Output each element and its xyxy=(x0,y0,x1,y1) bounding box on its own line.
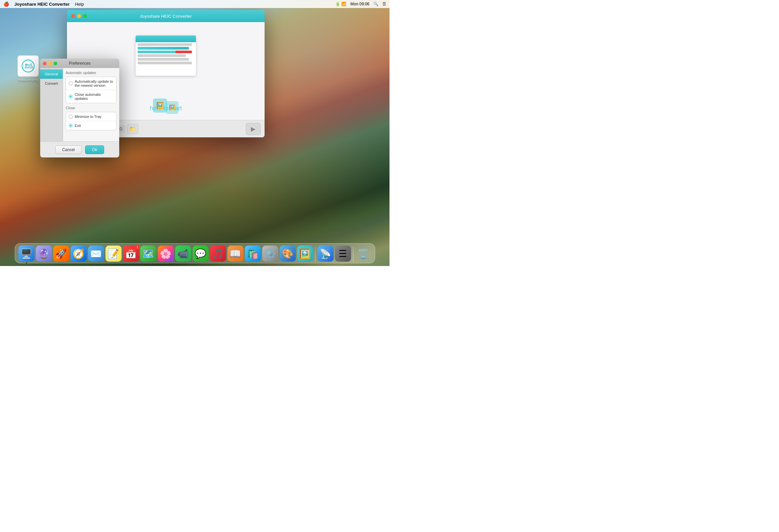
pref-tab-general[interactable]: General xyxy=(40,69,63,79)
option-close-updates[interactable]: Close automatic updates xyxy=(66,90,116,103)
pref-maximize-btn[interactable] xyxy=(54,62,57,65)
close-section-title: Close xyxy=(66,106,117,110)
launchpad-icon: 🚀 xyxy=(55,248,67,259)
option-exit[interactable]: Exit xyxy=(66,121,116,130)
preview-row-6 xyxy=(138,62,192,64)
dock-reminders[interactable]: 📅 1 xyxy=(123,246,139,262)
menubar-help[interactable]: Help xyxy=(75,2,84,7)
image-icon-2: 🖼️ xyxy=(166,101,179,114)
dock-pixelmator[interactable]: 🎨 xyxy=(280,246,296,262)
automatic-updates-title: Automatic updates xyxy=(66,71,117,75)
svg-point-2 xyxy=(25,64,27,66)
dock-music[interactable]: 🎵 xyxy=(210,246,226,262)
safari-icon: 🧭 xyxy=(73,248,84,259)
menubar-search-icon[interactable]: 🔍 xyxy=(373,2,378,6)
airdrop-icon: 📡 xyxy=(319,248,331,259)
preferences-sidebar: General Convert xyxy=(40,68,63,141)
main-window-traffic-lights xyxy=(71,14,87,18)
bars-icon: ☰ xyxy=(339,248,347,259)
option-auto-update[interactable]: Automatically update to the newest versi… xyxy=(66,77,116,90)
pref-close-btn[interactable] xyxy=(43,62,47,65)
close-group: Minimize to Tray Exit xyxy=(66,112,117,130)
dock-photos[interactable]: 🌸 xyxy=(158,246,174,262)
preferences-dialog: Preferences General Convert Automatic up… xyxy=(40,59,119,158)
preferences-content: Automatic updates Automatically update t… xyxy=(63,68,119,141)
systemprefs-icon: ⚙️ xyxy=(264,248,276,259)
dock-trash[interactable]: 🗑️ xyxy=(355,246,371,262)
apple-menu[interactable]: 🍎 xyxy=(3,1,9,7)
preview-row-3 xyxy=(138,51,192,53)
dock-bars[interactable]: ☰ xyxy=(335,246,351,262)
folder-button[interactable]: 📁 xyxy=(127,124,138,134)
main-window-titlebar: Joyoshare HEIC Converter xyxy=(67,10,264,22)
dock-books[interactable]: 📖 xyxy=(227,246,243,262)
menubar-time: Mon 09:06 xyxy=(350,2,369,6)
menubar-icons: 🔋 📶 xyxy=(335,2,346,6)
dock-siri[interactable]: 🔮 xyxy=(36,246,52,262)
dock-appstore[interactable]: 🛍️ xyxy=(245,246,261,262)
menubar-list-icon[interactable]: ☰ xyxy=(382,2,386,6)
dock-systemprefs[interactable]: ⚙️ xyxy=(262,246,278,262)
menubar-app-name: Joyoshare HEIC Converter xyxy=(14,2,70,7)
dock: 🖥️ 🔮 🚀 🧭 ✉️ 📝 📅 1 🗺️ 🌸 📹 💬 🎵 📖 🛍️ ⚙️ xyxy=(15,243,375,263)
dock-joyoshare[interactable]: 🖼️ xyxy=(297,246,313,262)
dock-airdrop[interactable]: 📡 xyxy=(317,246,334,262)
automatic-updates-group: Automatically update to the newest versi… xyxy=(66,77,117,103)
preview-row-5 xyxy=(138,58,189,61)
finder-dot xyxy=(26,262,27,264)
preferences-body: General Convert Automatic updates Automa… xyxy=(40,68,119,141)
finder-icon: 🖥️ xyxy=(20,248,32,259)
maps-icon: 🗺️ xyxy=(142,248,154,259)
radio-exit[interactable] xyxy=(69,124,73,128)
preview-header xyxy=(136,36,196,42)
dock-maps[interactable]: 🗺️ xyxy=(140,246,157,262)
radio-close-updates[interactable] xyxy=(69,95,73,99)
dock-separator xyxy=(315,247,315,262)
auto-update-label: Automatically update to the newest versi… xyxy=(75,79,114,87)
dock-messages[interactable]: 💬 xyxy=(193,246,208,262)
option-minimize-tray[interactable]: Minimize to Tray xyxy=(66,112,116,121)
ok-button[interactable]: Ok xyxy=(85,145,104,154)
dock-safari[interactable]: 🧭 xyxy=(71,246,87,262)
exit-label: Exit xyxy=(75,124,81,128)
radio-auto-update[interactable] xyxy=(69,81,73,85)
messages-icon: 💬 xyxy=(195,248,206,259)
pixelmator-icon: 🎨 xyxy=(282,248,293,259)
main-window-title: Joyoshare HEIC Converter xyxy=(140,14,192,19)
dock-separator-2 xyxy=(353,247,353,262)
pref-tab-convert[interactable]: Convert xyxy=(40,79,63,88)
facetime-icon: 📹 xyxy=(177,248,189,259)
mail-icon: ✉️ xyxy=(90,248,102,259)
desktop-icon-medium-png[interactable]: medium.png xyxy=(15,55,42,82)
main-window-maximize-btn[interactable] xyxy=(83,14,87,18)
desktop-icon-image xyxy=(17,55,39,77)
dock-finder[interactable]: 🖥️ xyxy=(18,246,35,262)
dock-launchpad[interactable]: 🚀 xyxy=(53,246,69,262)
main-window-minimize-btn[interactable] xyxy=(77,14,81,18)
dock-facetime[interactable]: 📹 xyxy=(175,246,191,262)
pref-traffic-lights xyxy=(43,62,57,65)
stickies-icon: 📝 xyxy=(108,248,119,259)
dock-stickies[interactable]: 📝 xyxy=(106,246,122,262)
main-window-close-btn[interactable] xyxy=(71,14,75,18)
preview-row-4 xyxy=(138,54,186,57)
desktop-icon-label: medium.png xyxy=(18,78,39,82)
convert-button[interactable]: ▶ xyxy=(246,123,260,135)
preferences-title: Preferences xyxy=(69,61,91,66)
joyoshare-icon: 🖼️ xyxy=(299,248,311,259)
photos-icon: 🌸 xyxy=(160,248,172,259)
siri-icon: 🔮 xyxy=(38,248,50,259)
preview-row-2 xyxy=(138,47,189,50)
image-icon-1: 🖼️ xyxy=(153,99,167,113)
preview-row-1 xyxy=(138,43,192,46)
image-overlay: 🖼️ 🖼️ xyxy=(153,99,179,114)
music-icon: 🎵 xyxy=(212,248,224,259)
radio-minimize-tray[interactable] xyxy=(69,115,73,119)
preferences-titlebar: Preferences xyxy=(40,59,119,68)
pref-minimize-btn[interactable] xyxy=(48,62,52,65)
menubar: 🍎 Joyoshare HEIC Converter Help 🔋 📶 Mon … xyxy=(0,0,390,8)
books-icon: 📖 xyxy=(229,248,241,259)
converter-preview xyxy=(136,36,196,76)
dock-mail[interactable]: ✉️ xyxy=(88,246,104,262)
cancel-button[interactable]: Cancel xyxy=(55,145,82,154)
